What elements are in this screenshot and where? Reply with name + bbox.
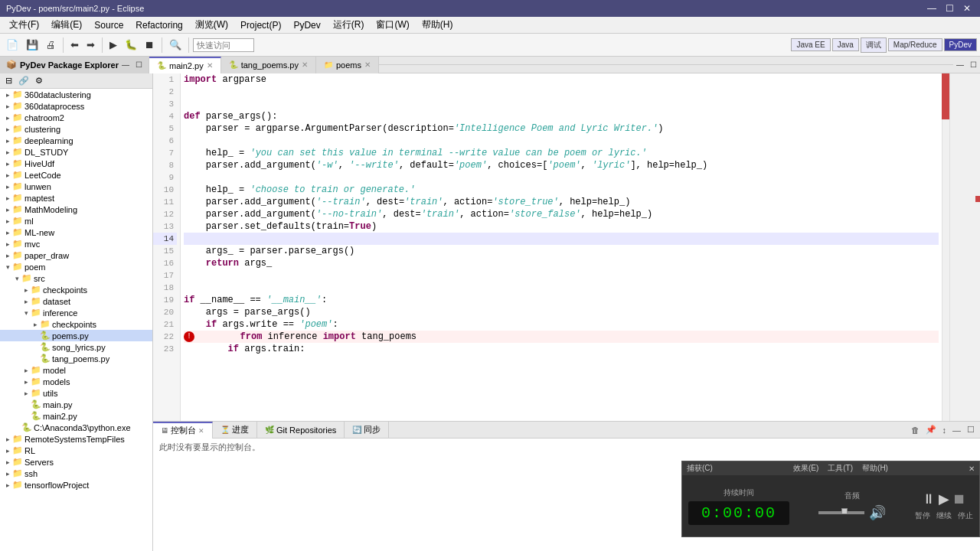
tree-item-dataset[interactable]: ▸ 📁 dataset [0,295,152,307]
code-line-23[interactable]: if args.train: [184,343,939,355]
sidebar-minimize[interactable]: — [119,59,132,70]
tree-item-ml[interactable]: ▸ 📁 ml [0,215,152,227]
code-line-5[interactable]: parser = argparse.ArgumentParser(descrip… [184,122,939,135]
pause-btn[interactable]: ⏸ [922,491,936,507]
code-line-18[interactable] [184,282,939,294]
tree-item-song-lyrics-py[interactable]: 🐍 song_lyrics.py [0,341,152,353]
tree-item-inference[interactable]: ▾ 📁 inference [0,307,152,318]
tree-item-hiveudf[interactable]: ▸ 📁 HiveUdf [0,158,152,169]
mapreduce-btn[interactable]: Map/Reduce [888,38,942,51]
sidebar-maximize[interactable]: ☐ [132,59,145,70]
tree-item-checkpoints[interactable]: ▸ 📁 checkpoints [0,284,152,295]
code-line-22[interactable]: ! from inference import tang_poems [184,331,939,343]
stop-btn[interactable]: ⏹ [952,491,966,507]
code-line-4[interactable]: def parse_args(): [184,110,939,122]
console-close[interactable]: ✕ [198,427,204,435]
menu-file[interactable]: 文件(F) [3,17,45,33]
tab-main2-close[interactable]: ✕ [207,61,213,70]
right-scrollbar[interactable] [942,73,949,421]
tree-item-utils[interactable]: ▸ 📁 utils [0,387,152,399]
code-line-12[interactable]: parser.add_argument('--no-train', dest='… [184,208,939,220]
code-line-21[interactable]: if args.write == 'poem': [184,318,939,331]
tree-item-poem[interactable]: ▾ 📁 poem [0,261,152,272]
tree-item-360dataprocess[interactable]: ▸ 📁 360dataprocess [0,100,152,112]
sidebar-collapse-all[interactable]: ⊟ [3,75,15,86]
tree-item-paper-draw[interactable]: ▸ 📁 paper_draw [0,249,152,261]
menu-run[interactable]: 运行(R) [327,17,371,33]
sidebar-settings[interactable]: ⚙ [33,75,45,86]
menu-pydev[interactable]: PyDev [287,18,326,32]
toolbar-forward[interactable]: ➡ [83,37,98,52]
tree-item-mvc[interactable]: ▸ 📁 mvc [0,238,152,249]
code-line-14[interactable] [184,233,939,245]
java-btn[interactable]: Java [832,38,859,51]
toolbar-run[interactable]: ▶ [106,37,120,52]
toolbar-search[interactable]: 🔍 [166,37,185,52]
recording-close[interactable]: ✕ [969,465,975,473]
tree-item-clustering[interactable]: ▸ 📁 clustering [0,123,152,135]
tab-poems-close[interactable]: ✕ [364,60,371,69]
toolbar-save[interactable]: 💾 [23,37,41,52]
toolbar-back[interactable]: ⬅ [67,37,82,52]
tree-item-mathmodeling[interactable]: ▸ 📁 MathModeling [0,204,152,215]
code-line-10[interactable]: help_ = 'choose to train or generate.' [184,184,939,196]
code-line-15[interactable]: args_ = parser.parse_args() [184,245,939,257]
console-minimize[interactable]: — [950,424,963,435]
tree-item-maptest[interactable]: ▸ 📁 maptest [0,192,152,204]
progress-tab[interactable]: ⏳ 进度 [213,422,257,439]
tree-item-chatroom2[interactable]: ▸ 📁 chatroom2 [0,112,152,123]
tree-item-deeplearning[interactable]: ▸ 📁 deeplearning [0,135,152,146]
git-tab[interactable]: 🌿 Git Repositories [257,422,345,439]
menu-project[interactable]: Project(P) [234,18,287,32]
tree-item-checkpoints[interactable]: ▸ 📁 checkpoints [0,318,152,330]
tree-item-servers[interactable]: ▸ 📁 Servers [0,456,152,468]
code-line-9[interactable] [184,171,939,184]
tree-item-tang-poems-py[interactable]: 🐍 tang_poems.py [0,353,152,364]
menu-refactoring[interactable]: Refactoring [129,18,188,32]
editor-minimize[interactable]: — [953,59,967,70]
menu-window[interactable]: 窗口(W) [370,17,415,33]
code-content[interactable]: import argparse def parse_args(): parser… [181,73,942,421]
recording-capture[interactable]: 捕获(C) [687,463,713,474]
tree-item-remotesystemstempfiles[interactable]: ▸ 📁 RemoteSystemsTempFiles [0,433,152,445]
tab-tang-close[interactable]: ✕ [302,60,308,69]
code-line-8[interactable]: parser.add_argument('-w', '--write', def… [184,159,939,171]
toolbar-stop[interactable]: ⏹ [142,37,158,52]
sidebar-link[interactable]: 🔗 [16,75,31,86]
tree-item-tensorflowproject[interactable]: ▸ 📁 tensorflowProject [0,479,152,491]
code-line-6[interactable] [184,135,939,147]
tree-item-dl-study[interactable]: ▸ 📁 DL_STUDY [0,146,152,158]
tree-item-lunwen[interactable]: ▸ 📁 lunwen [0,181,152,192]
console-clear[interactable]: 🗑 [909,424,922,435]
debug-btn[interactable]: 调试 [861,37,887,53]
menu-view[interactable]: 测览(W) [189,17,234,33]
code-line-2[interactable] [184,86,939,98]
tree-item-poems-py[interactable]: 🐍 poems.py [0,330,152,341]
code-line-1[interactable]: import argparse [184,73,939,86]
tree-item-models[interactable]: ▸ 📁 models [0,376,152,387]
editor-maximize[interactable]: ☐ [967,59,980,70]
code-line-19[interactable]: if __name__ == '__main__': [184,294,939,306]
tab-tang-poems[interactable]: 🐍 tang_poems.py ✕ [221,57,316,73]
resume-btn[interactable]: ▶ [939,491,949,507]
console-pin[interactable]: 📌 [923,424,939,435]
tree-item-rl[interactable]: ▸ 📁 RL [0,445,152,456]
tree-item-src[interactable]: ▾ 📁 src [0,272,152,284]
tree-item-c--anaconda3-python-exe[interactable]: 🐍 C:\Anaconda3\python.exe [0,422,152,433]
close-button[interactable]: ✕ [960,3,974,14]
java-ee-btn[interactable]: Java EE [791,38,830,51]
pydev-btn[interactable]: PyDev [944,38,977,51]
tree-item-model[interactable]: ▸ 📁 model [0,364,152,376]
toolbar-print[interactable]: 🖨 [43,37,59,52]
code-line-16[interactable]: return args_ [184,257,939,269]
recording-help[interactable]: 帮助(H) [862,463,888,474]
code-line-20[interactable]: args = parse_args() [184,306,939,318]
code-line-11[interactable]: parser.add_argument('--train', dest='tra… [184,196,939,208]
console-maximize[interactable]: ☐ [965,424,977,435]
minimize-button[interactable]: — [924,3,939,14]
tree-item-main2-py[interactable]: 🐍 main2.py [0,410,152,422]
toolbar-new[interactable]: 📄 [3,37,21,52]
console-tab[interactable]: 🖥 控制台 ✕ [153,422,213,439]
tree-item-ssh[interactable]: ▸ 📁 ssh [0,468,152,479]
tab-poems[interactable]: 📁 poems ✕ [316,57,379,73]
